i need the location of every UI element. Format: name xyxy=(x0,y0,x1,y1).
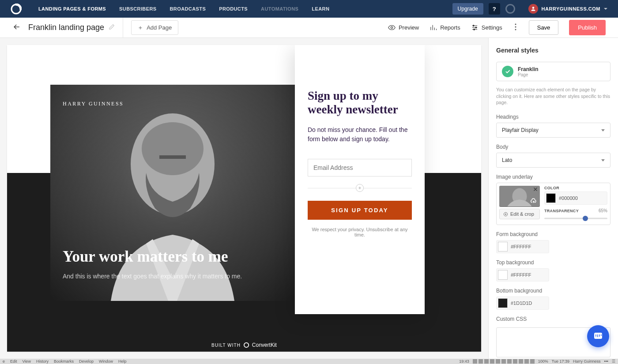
style-sidebar: General styles Franklin Page You can cus… xyxy=(488,38,618,359)
signup-button[interactable]: SIGN UP TODAY xyxy=(308,201,412,220)
bottom-bg-input[interactable]: #1D1D1D xyxy=(496,296,549,310)
template-type: Page xyxy=(518,72,539,77)
publish-button[interactable]: Publish xyxy=(569,20,606,35)
template-name: Franklin xyxy=(518,66,539,72)
body-font-select[interactable]: Lato xyxy=(496,153,610,168)
caret-down-icon xyxy=(604,8,607,10)
os-menu-history[interactable]: History xyxy=(36,359,49,364)
signup-form-card[interactable]: Sign up to my weekly newsletter Do not m… xyxy=(295,45,425,314)
os-menu-bookmarks[interactable]: Bookmarks xyxy=(54,359,74,364)
app-logo[interactable] xyxy=(11,4,22,15)
back-button[interactable] xyxy=(12,23,21,33)
os-menu-help[interactable]: Help xyxy=(118,359,127,364)
editor-canvas[interactable]: HARRY GUINNESS Your work matters to me A… xyxy=(0,38,488,359)
convertkit-logo-icon xyxy=(243,342,249,348)
svg-point-3 xyxy=(473,25,474,26)
nav-subscribers[interactable]: SUBSCRIBERS xyxy=(119,6,156,11)
hero-heading[interactable]: Your work matters to me xyxy=(63,248,228,266)
divider xyxy=(123,18,123,38)
reports-button[interactable]: Reports xyxy=(430,24,460,31)
headings-font-select[interactable]: Playfair Display xyxy=(496,123,610,138)
underlay-color-input[interactable]: #000000 xyxy=(544,191,607,205)
upload-icon[interactable] xyxy=(530,198,537,205)
chevron-down-icon xyxy=(601,129,605,131)
top-navbar: LANDING PAGES & FORMS SUBSCRIBERS BROADC… xyxy=(0,0,618,18)
form-bg-label: Form background xyxy=(496,231,610,237)
add-field-button[interactable] xyxy=(356,184,364,192)
color-label: COLOR xyxy=(544,186,607,190)
browser-menu-item[interactable]: e xyxy=(3,359,5,364)
color-swatch[interactable] xyxy=(498,242,508,251)
color-swatch[interactable] xyxy=(498,270,508,280)
plus-icon xyxy=(138,25,143,30)
os-menu-window[interactable]: Window xyxy=(99,359,113,364)
help-button[interactable]: ? xyxy=(489,3,500,15)
person-photo xyxy=(84,85,261,301)
os-time-1: 19:43 xyxy=(459,359,469,364)
template-card[interactable]: Franklin Page xyxy=(496,62,610,81)
os-menu-develop[interactable]: Develop xyxy=(79,359,94,364)
nav-landing-pages[interactable]: LANDING PAGES & FORMS xyxy=(38,6,106,11)
form-bg-input[interactable]: #FFFFFF xyxy=(496,240,549,253)
form-description[interactable]: Do not miss your chance. Fill out the fo… xyxy=(308,125,412,144)
plus-icon xyxy=(358,186,362,190)
check-icon xyxy=(502,66,513,77)
sidebar-help-text: You can customize each element on the pa… xyxy=(496,86,610,106)
built-with-badge[interactable]: BUILT WITH ConvertKit xyxy=(211,342,277,348)
chat-icon xyxy=(593,331,603,341)
nav-learn[interactable]: LEARN xyxy=(312,6,329,11)
save-button[interactable]: Save xyxy=(529,20,559,35)
page-title: Franklin landing page xyxy=(28,23,104,32)
svg-point-7 xyxy=(515,26,516,27)
add-page-button[interactable]: Add Page xyxy=(131,20,178,35)
headings-label: Headings xyxy=(496,114,610,120)
hero-subheading[interactable]: And this is where the text goes that exp… xyxy=(63,273,242,280)
svg-rect-11 xyxy=(159,155,186,159)
reports-icon xyxy=(430,24,437,31)
nav-broadcasts[interactable]: BROADCASTS xyxy=(170,6,206,11)
os-time-2: Tue 17:39 xyxy=(552,359,569,364)
eye-icon xyxy=(388,24,396,31)
custom-css-label: Custom CSS xyxy=(496,316,610,322)
remove-image-button[interactable] xyxy=(532,186,539,192)
add-page-label: Add Page xyxy=(147,24,172,31)
underlay-thumbnail[interactable] xyxy=(499,186,540,207)
os-menu-edit[interactable]: Edit xyxy=(10,359,17,364)
body-label: Body xyxy=(496,144,610,150)
svg-point-10 xyxy=(142,122,203,175)
form-headline[interactable]: Sign up to my weekly newsletter xyxy=(308,89,412,116)
os-menu-view[interactable]: View xyxy=(23,359,31,364)
slider-thumb[interactable] xyxy=(583,216,588,221)
transparency-label: TRANSPARENCY xyxy=(544,209,579,213)
user-name: HARRYGUINNESS.COM xyxy=(542,6,600,11)
preview-button[interactable]: Preview xyxy=(388,24,419,31)
top-bg-input[interactable]: #FFFFFF xyxy=(496,268,549,281)
os-menu-dots[interactable]: ••• xyxy=(604,359,608,364)
nav-products[interactable]: PRODUCTS xyxy=(219,6,248,11)
nav-automations[interactable]: AUTOMATIONS xyxy=(261,6,298,11)
color-swatch[interactable] xyxy=(546,193,556,203)
status-indicator[interactable] xyxy=(505,4,515,14)
email-input[interactable] xyxy=(308,159,412,176)
user-avatar-icon xyxy=(528,4,538,14)
edit-title-button[interactable] xyxy=(109,24,115,32)
transparency-slider[interactable] xyxy=(544,215,607,222)
svg-point-6 xyxy=(515,23,516,25)
svg-point-5 xyxy=(473,29,475,30)
os-battery: 100% xyxy=(538,359,548,364)
os-tray-icons xyxy=(473,359,535,364)
transparency-value: 65% xyxy=(599,208,607,213)
bottom-bg-label: Bottom background xyxy=(496,288,610,294)
settings-button[interactable]: Settings xyxy=(471,24,502,31)
os-list-icon[interactable]: ☰ xyxy=(612,359,615,364)
intercom-button[interactable] xyxy=(587,325,609,347)
hero-image[interactable]: HARRY GUINNESS Your work matters to me A… xyxy=(50,85,295,301)
user-menu[interactable]: HARRYGUINNESS.COM xyxy=(528,4,607,14)
privacy-text[interactable]: We respect your privacy. Unsubscribe at … xyxy=(308,227,412,237)
color-swatch[interactable] xyxy=(498,298,508,308)
crop-icon xyxy=(503,212,508,217)
upgrade-button[interactable]: Upgrade xyxy=(452,3,483,15)
edit-crop-button[interactable]: Edit & crop xyxy=(499,209,540,219)
more-menu-button[interactable] xyxy=(513,21,518,35)
brand-label[interactable]: HARRY GUINNESS xyxy=(63,101,124,107)
